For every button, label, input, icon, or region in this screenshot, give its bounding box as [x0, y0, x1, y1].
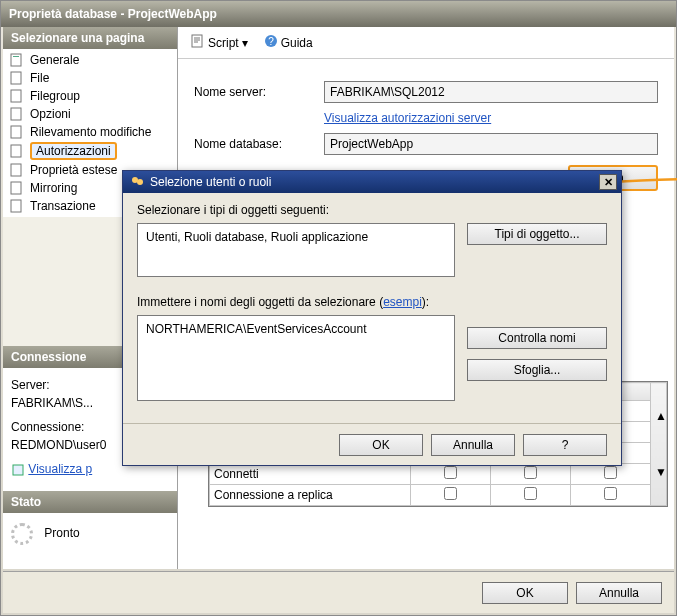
svg-rect-6 — [11, 145, 21, 157]
link-icon — [11, 463, 25, 477]
browse-button[interactable]: Sfoglia... — [467, 359, 607, 381]
modal-ok-button[interactable]: OK — [339, 434, 423, 456]
perm-checkbox[interactable] — [604, 466, 617, 479]
page-icon — [9, 70, 25, 86]
dropdown-icon: ▾ — [242, 36, 248, 50]
server-name-field[interactable] — [324, 81, 658, 103]
svg-text:?: ? — [268, 36, 274, 47]
svg-rect-8 — [11, 182, 21, 194]
svg-rect-10 — [13, 465, 23, 475]
object-types-label: Selezionare i tipi di oggetti seguenti: — [137, 203, 607, 217]
sidebar-item-label: Generale — [30, 53, 79, 67]
svg-rect-4 — [11, 108, 21, 120]
object-types-box: Utenti, Ruoli database, Ruoli applicazio… — [137, 223, 455, 277]
perm-checkbox[interactable] — [604, 487, 617, 500]
server-name-label: Nome server: — [194, 85, 324, 99]
table-row: Connessione a replica — [210, 485, 667, 506]
svg-rect-3 — [11, 90, 21, 102]
modal-help-button[interactable]: ? — [523, 434, 607, 456]
page-icon — [9, 106, 25, 122]
sidebar-item-autorizzazioni[interactable]: Autorizzazioni — [5, 141, 175, 161]
svg-rect-5 — [11, 126, 21, 138]
sidebar-item-label: Transazione — [30, 199, 96, 213]
sidebar-header: Selezionare una pagina — [3, 27, 177, 49]
perm-checkbox[interactable] — [444, 466, 457, 479]
sidebar-item-label: Autorizzazioni — [30, 142, 117, 160]
page-icon — [9, 162, 25, 178]
status-panel: Pronto — [3, 513, 177, 569]
sidebar-item-label: Filegroup — [30, 89, 80, 103]
modal-footer: OK Annulla ? — [123, 423, 621, 465]
sidebar-item-label: Proprietà estese — [30, 163, 117, 177]
status-value: Pronto — [44, 526, 79, 540]
script-button[interactable]: Script ▾ — [186, 31, 253, 54]
sidebar-item-label: File — [30, 71, 49, 85]
script-label: Script — [208, 36, 239, 50]
status-header: Stato — [3, 491, 177, 513]
spinner-icon — [11, 523, 33, 545]
page-icon — [9, 198, 25, 214]
table-row: Connetti — [210, 464, 667, 485]
svg-rect-1 — [13, 56, 19, 57]
examples-link[interactable]: esempi — [383, 295, 422, 309]
view-properties-link[interactable]: Visualizza p — [28, 462, 92, 476]
page-icon — [9, 52, 25, 68]
sidebar-item-label: Opzioni — [30, 107, 71, 121]
object-names-label: Immettere i nomi degli oggetti da selezi… — [137, 295, 607, 309]
modal-cancel-button[interactable]: Annulla — [431, 434, 515, 456]
ok-button[interactable]: OK — [482, 582, 568, 604]
perm-checkbox[interactable] — [524, 487, 537, 500]
svg-rect-9 — [11, 200, 21, 212]
object-names-box[interactable]: NORTHAMERICA\EventServicesAccount — [137, 315, 455, 401]
check-names-button[interactable]: Controlla nomi — [467, 327, 607, 349]
sidebar-item-rilevamento[interactable]: Rilevamento modifiche — [5, 123, 175, 141]
svg-rect-7 — [11, 164, 21, 176]
cancel-button[interactable]: Annulla — [576, 582, 662, 604]
svg-rect-0 — [11, 54, 21, 66]
toolbar: Script ▾ ? Guida — [178, 27, 674, 59]
window-titlebar: Proprietà database - ProjectWebApp — [1, 1, 676, 27]
svg-rect-11 — [192, 35, 202, 47]
sidebar-item-label: Mirroring — [30, 181, 77, 195]
select-users-roles-dialog: Selezione utenti o ruoli ✕ Selezionare i… — [122, 170, 622, 466]
svg-point-15 — [137, 179, 143, 185]
help-button[interactable]: ? Guida — [259, 31, 318, 54]
server-permissions-link[interactable]: Visualizza autorizzazioni server — [324, 111, 491, 125]
page-icon — [9, 180, 25, 196]
modal-title: Selezione utenti o ruoli — [150, 175, 271, 189]
perm-checkbox[interactable] — [444, 487, 457, 500]
help-label: Guida — [281, 36, 313, 50]
users-icon — [129, 174, 145, 190]
dialog-footer: OK Annulla — [3, 571, 674, 613]
sidebar-item-filegroup[interactable]: Filegroup — [5, 87, 175, 105]
svg-rect-2 — [11, 72, 21, 84]
close-button[interactable]: ✕ — [599, 174, 617, 190]
db-name-label: Nome database: — [194, 137, 324, 151]
perm-checkbox[interactable] — [524, 466, 537, 479]
sidebar-item-file[interactable]: File — [5, 69, 175, 87]
object-types-value: Utenti, Ruoli database, Ruoli applicazio… — [146, 230, 368, 244]
sidebar-item-opzioni[interactable]: Opzioni — [5, 105, 175, 123]
page-icon — [9, 124, 25, 140]
help-icon: ? — [264, 34, 278, 51]
script-icon — [191, 34, 205, 51]
object-types-button[interactable]: Tipi di oggetto... — [467, 223, 607, 245]
object-names-value: NORTHAMERICA\EventServicesAccount — [146, 322, 367, 336]
page-icon — [9, 143, 25, 159]
window-title: Proprietà database - ProjectWebApp — [9, 7, 217, 21]
scrollbar[interactable]: ▲▼ — [651, 383, 667, 506]
modal-titlebar: Selezione utenti o ruoli ✕ — [123, 171, 621, 193]
page-icon — [9, 88, 25, 104]
db-name-field[interactable] — [324, 133, 658, 155]
sidebar-item-label: Rilevamento modifiche — [30, 125, 151, 139]
sidebar-item-generale[interactable]: Generale — [5, 51, 175, 69]
